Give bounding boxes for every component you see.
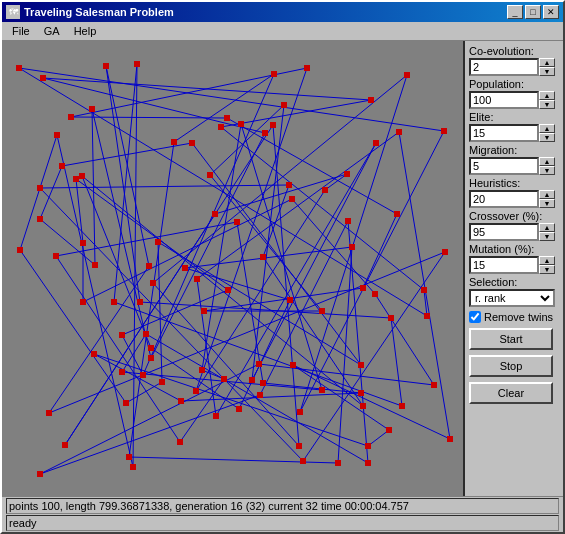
coevolution-input[interactable]	[469, 58, 539, 76]
title-bar-left: 🗺 Traveling Salesman Problem	[6, 5, 174, 19]
crossover-down[interactable]: ▼	[539, 232, 555, 241]
mutation-down[interactable]: ▼	[539, 265, 555, 274]
migration-down[interactable]: ▼	[539, 166, 555, 175]
coevolution-up[interactable]: ▲	[539, 58, 555, 67]
remove-twins-label: Remove twins	[484, 311, 553, 323]
population-up[interactable]: ▲	[539, 91, 555, 100]
coevolution-spin-buttons: ▲ ▼	[539, 58, 555, 76]
crossover-spin-buttons: ▲ ▼	[539, 223, 555, 241]
status-info: points 100, length 799.36871338, generat…	[6, 498, 559, 514]
crossover-spin-row: ▲ ▼	[469, 223, 559, 241]
crossover-group: Crossover (%): ▲ ▼	[469, 210, 559, 241]
migration-input[interactable]	[469, 157, 539, 175]
population-spin-buttons: ▲ ▼	[539, 91, 555, 109]
crossover-input[interactable]	[469, 223, 539, 241]
content-area: Co-evolution: ▲ ▼ Population: ▲ ▼	[2, 41, 563, 496]
coevolution-label: Co-evolution:	[469, 45, 559, 57]
mutation-spin-buttons: ▲ ▼	[539, 256, 555, 274]
migration-up[interactable]: ▲	[539, 157, 555, 166]
heuristics-label: Heuristics:	[469, 177, 559, 189]
close-button[interactable]: ✕	[543, 5, 559, 19]
mutation-spin-row: ▲ ▼	[469, 256, 559, 274]
menu-ga[interactable]: GA	[38, 24, 66, 38]
migration-spin-buttons: ▲ ▼	[539, 157, 555, 175]
population-group: Population: ▲ ▼	[469, 78, 559, 109]
title-bar: 🗺 Traveling Salesman Problem _ □ ✕	[2, 2, 563, 22]
selection-select-row: r. rank tournament roulette	[469, 289, 559, 307]
elite-down[interactable]: ▼	[539, 133, 555, 142]
migration-label: Migration:	[469, 144, 559, 156]
coevolution-spin-row: ▲ ▼	[469, 58, 559, 76]
population-input[interactable]	[469, 91, 539, 109]
heuristics-group: Heuristics: ▲ ▼	[469, 177, 559, 208]
population-spin-row: ▲ ▼	[469, 91, 559, 109]
heuristics-spin-buttons: ▲ ▼	[539, 190, 555, 208]
start-button[interactable]: Start	[469, 328, 553, 350]
maximize-button[interactable]: □	[525, 5, 541, 19]
menu-help[interactable]: Help	[68, 24, 103, 38]
elite-group: Elite: ▲ ▼	[469, 111, 559, 142]
status-bar: points 100, length 799.36871338, generat…	[2, 496, 563, 532]
menubar: File GA Help	[2, 22, 563, 41]
crossover-label: Crossover (%):	[469, 210, 559, 222]
clear-button[interactable]: Clear	[469, 382, 553, 404]
tsp-canvas-area[interactable]	[2, 41, 463, 496]
heuristics-down[interactable]: ▼	[539, 199, 555, 208]
crossover-up[interactable]: ▲	[539, 223, 555, 232]
main-window: 🗺 Traveling Salesman Problem _ □ ✕ File …	[0, 0, 565, 534]
mutation-group: Mutation (%): ▲ ▼	[469, 243, 559, 274]
mutation-up[interactable]: ▲	[539, 256, 555, 265]
tsp-visualization	[2, 41, 463, 496]
selection-group: Selection: r. rank tournament roulette	[469, 276, 559, 307]
heuristics-input[interactable]	[469, 190, 539, 208]
selection-label: Selection:	[469, 276, 559, 288]
title-buttons: _ □ ✕	[507, 5, 559, 19]
status-state: ready	[6, 515, 559, 531]
mutation-input[interactable]	[469, 256, 539, 274]
elite-spin-row: ▲ ▼	[469, 124, 559, 142]
minimize-button[interactable]: _	[507, 5, 523, 19]
population-down[interactable]: ▼	[539, 100, 555, 109]
coevolution-group: Co-evolution: ▲ ▼	[469, 45, 559, 76]
remove-twins-checkbox[interactable]	[469, 311, 481, 323]
heuristics-up[interactable]: ▲	[539, 190, 555, 199]
population-label: Population:	[469, 78, 559, 90]
elite-spin-buttons: ▲ ▼	[539, 124, 555, 142]
elite-input[interactable]	[469, 124, 539, 142]
window-title: Traveling Salesman Problem	[24, 6, 174, 18]
coevolution-down[interactable]: ▼	[539, 67, 555, 76]
remove-twins-row: Remove twins	[469, 311, 559, 323]
migration-group: Migration: ▲ ▼	[469, 144, 559, 175]
selection-select[interactable]: r. rank tournament roulette	[469, 289, 555, 307]
migration-spin-row: ▲ ▼	[469, 157, 559, 175]
menu-file[interactable]: File	[6, 24, 36, 38]
heuristics-spin-row: ▲ ▼	[469, 190, 559, 208]
app-icon: 🗺	[6, 5, 20, 19]
elite-up[interactable]: ▲	[539, 124, 555, 133]
mutation-label: Mutation (%):	[469, 243, 559, 255]
stop-button[interactable]: Stop	[469, 355, 553, 377]
elite-label: Elite:	[469, 111, 559, 123]
sidebar: Co-evolution: ▲ ▼ Population: ▲ ▼	[463, 41, 563, 496]
